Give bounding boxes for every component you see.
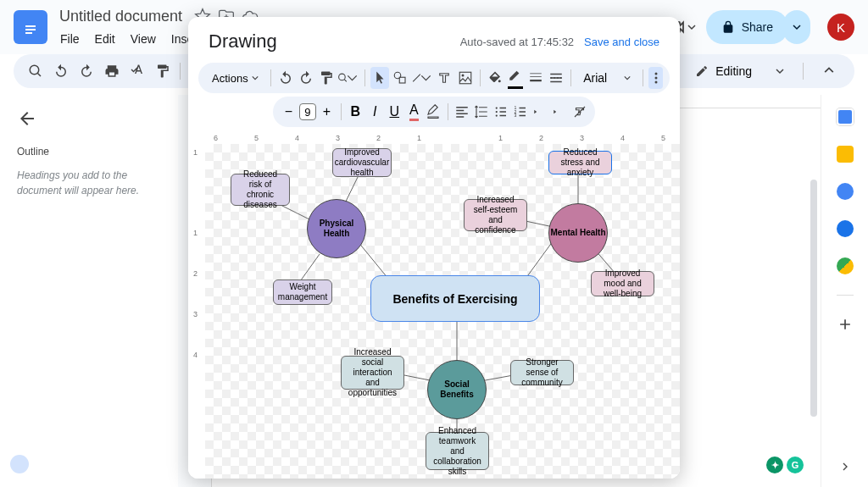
doc-title[interactable]: Untitled document (54, 6, 187, 27)
undo-icon[interactable] (49, 59, 73, 83)
collapse-toolbar-button[interactable] (814, 59, 844, 83)
mindmap-center[interactable]: Benefits of Exercising (370, 275, 540, 322)
line-tool-icon[interactable] (411, 67, 433, 89)
shape-tool-icon[interactable] (391, 67, 409, 89)
explore-button[interactable] (10, 455, 29, 473)
contacts-icon[interactable] (837, 220, 854, 237)
docs-logo[interactable] (14, 10, 47, 44)
svg-rect-2 (25, 32, 32, 34)
calendar-icon[interactable] (837, 108, 854, 125)
drawing-modal: Drawing Auto-saved at 17:45:32 Save and … (188, 17, 680, 479)
grammarly-badge-2[interactable]: G (787, 457, 804, 473)
svg-point-4 (339, 74, 346, 80)
mental-node-2-selected[interactable]: Reduced stress and anxiety (548, 151, 612, 174)
editing-mode-button[interactable]: Editing (687, 61, 793, 81)
social-node-2[interactable]: Stronger sense of community (510, 360, 574, 385)
clear-format-icon[interactable] (570, 101, 588, 123)
svg-point-14 (496, 111, 498, 113)
paint-format-icon[interactable] (151, 59, 175, 83)
add-icon[interactable] (837, 316, 854, 333)
paint-format-icon[interactable] (317, 67, 336, 89)
side-panel-collapse-icon[interactable] (838, 460, 852, 473)
redo-icon[interactable] (297, 67, 315, 89)
svg-point-9 (498, 80, 500, 82)
border-weight-icon[interactable] (526, 67, 545, 89)
svg-point-10 (654, 73, 657, 75)
italic-icon[interactable]: I (366, 101, 384, 123)
social-node-1[interactable]: Increased social interaction and opportu… (341, 356, 404, 390)
zoom-tool-icon[interactable] (337, 67, 359, 89)
physical-node-2[interactable]: Improved cardiovascular health (332, 148, 392, 177)
grammarly-badge[interactable]: ✦ (766, 457, 783, 473)
lock-icon (721, 20, 735, 34)
text-color-icon[interactable]: A (405, 101, 423, 123)
indent-increase-icon[interactable] (551, 101, 569, 123)
account-avatar[interactable]: K (827, 14, 854, 41)
outline-title: Outline (17, 146, 161, 158)
svg-rect-7 (459, 72, 471, 84)
svg-point-13 (496, 107, 498, 108)
modal-title: Drawing (209, 30, 277, 53)
indent-decrease-icon[interactable] (531, 101, 549, 123)
border-color-icon[interactable] (506, 67, 525, 89)
save-and-close-button[interactable]: Save and close (584, 36, 659, 48)
social-node-3[interactable]: Enhanced teamwork and collaboration skil… (426, 432, 489, 470)
print-icon[interactable] (100, 59, 124, 83)
underline-icon[interactable]: U (386, 101, 403, 123)
align-icon[interactable] (453, 101, 471, 123)
numbered-list-icon[interactable]: 123 (512, 101, 530, 123)
ruler-horizontal: 6 5 4 3 2 1 1 2 3 4 5 (205, 130, 680, 144)
ruler-vertical: 1 1 2 3 4 (188, 144, 205, 479)
side-panel (821, 95, 868, 487)
tasks-icon[interactable] (837, 183, 854, 200)
mental-node-3[interactable]: Improved mood and well-being (591, 271, 654, 296)
menu-view[interactable]: View (125, 29, 162, 49)
physical-health-node[interactable]: Physical Health (307, 199, 366, 258)
decrease-font-icon[interactable]: − (280, 101, 298, 123)
outline-panel: Outline Headings you add to the document… (0, 95, 178, 487)
maps-icon[interactable] (837, 257, 854, 274)
scrollbar[interactable] (810, 180, 817, 451)
redo-icon[interactable] (75, 59, 98, 83)
pencil-icon (695, 64, 709, 78)
menu-edit[interactable]: Edit (89, 29, 121, 49)
undo-icon[interactable] (276, 67, 295, 89)
font-size-input[interactable]: 9 (299, 103, 316, 120)
bold-icon[interactable]: B (347, 101, 364, 123)
text-format-toolbar: − 9 + B I U A 123 (273, 97, 595, 127)
social-benefits-node[interactable]: Social Benefits (427, 360, 487, 419)
text-box-icon[interactable] (435, 67, 453, 89)
chevron-down-icon[interactable] (687, 23, 696, 31)
physical-node-1[interactable]: Reduced risk of chronic diseases (231, 174, 290, 206)
highlight-icon[interactable] (425, 101, 442, 123)
font-family-select[interactable]: Arial (576, 71, 637, 85)
svg-point-12 (654, 81, 657, 84)
autosave-text: Auto-saved at 17:45:32 (460, 36, 574, 48)
more-options-icon[interactable] (648, 67, 663, 89)
select-tool-icon[interactable] (370, 67, 389, 89)
image-icon[interactable] (455, 67, 474, 89)
drawing-toolbar: Actions Arial (198, 63, 670, 93)
physical-node-3[interactable]: Weight management (273, 279, 332, 305)
share-dropdown[interactable] (783, 10, 810, 44)
outline-hint: Headings you add to the document will ap… (17, 168, 161, 198)
svg-point-11 (654, 77, 657, 80)
back-arrow-icon[interactable] (17, 108, 37, 129)
mental-node-1[interactable]: Increased self-esteem and confidence (464, 199, 527, 231)
menu-file[interactable]: File (54, 29, 86, 49)
line-spacing-icon[interactable] (473, 101, 491, 123)
search-icon[interactable] (24, 59, 47, 83)
share-button[interactable]: Share (706, 10, 788, 44)
svg-rect-6 (399, 77, 405, 83)
spellcheck-icon[interactable] (125, 59, 149, 83)
mental-health-node[interactable]: Mental Health (548, 203, 608, 263)
fill-color-icon[interactable] (486, 67, 504, 89)
border-dash-icon[interactable] (547, 67, 565, 89)
keep-icon[interactable] (837, 146, 854, 163)
drawing-canvas[interactable]: 6 5 4 3 2 1 1 2 3 4 5 1 1 2 3 4 (188, 130, 680, 479)
svg-rect-0 (25, 25, 36, 27)
svg-text:3: 3 (515, 113, 517, 118)
actions-menu[interactable]: Actions (205, 70, 265, 86)
bullet-list-icon[interactable] (492, 101, 510, 123)
increase-font-icon[interactable]: + (318, 101, 336, 123)
